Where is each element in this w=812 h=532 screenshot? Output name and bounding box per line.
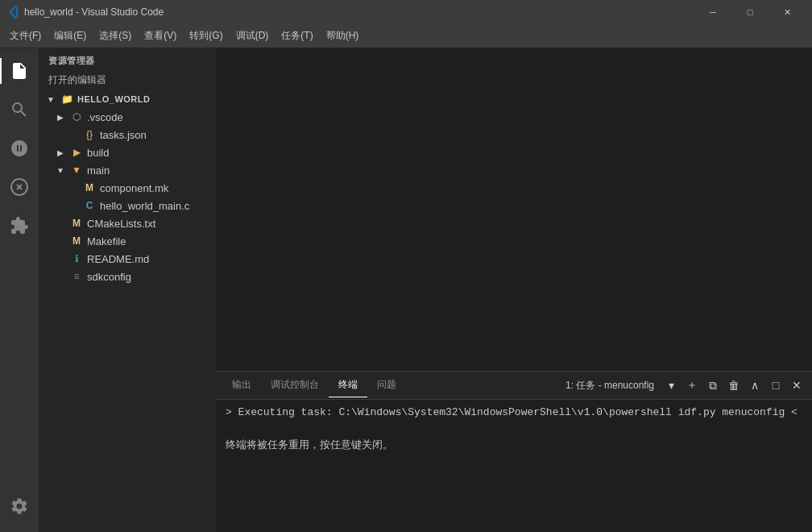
build-folder-icon: ▶ <box>69 147 84 158</box>
tab-problems[interactable]: 问题 <box>367 373 406 397</box>
terminal-command: > Executing task: C:\Windows\System32\Wi… <box>226 406 802 418</box>
terminal-content[interactable]: > Executing task: C:\Windows\System32\Wi… <box>216 400 812 532</box>
tasks-json-item[interactable]: {} tasks.json <box>39 126 216 143</box>
activity-search[interactable] <box>0 90 39 129</box>
main-area: 资源管理器 打开的编辑器 ▼ 📁 HELLO_WORLD ▶ ⬡ .vscode… <box>0 48 812 532</box>
main-folder-label: main <box>87 164 216 177</box>
editor-area: 输出 调试控制台 终端 问题 1: 任务 - menuconfig ▾ ＋ ⧉ … <box>216 48 812 532</box>
activity-git[interactable] <box>0 129 39 168</box>
makefile-item[interactable]: M Makefile <box>39 232 216 250</box>
tab-terminal[interactable]: 终端 <box>329 373 367 397</box>
open-editors-label[interactable]: 打开的编辑器 <box>39 70 216 90</box>
panel-tabs: 输出 调试控制台 终端 问题 1: 任务 - menuconfig ▾ ＋ ⧉ … <box>216 372 812 400</box>
component-mk-icon: M <box>82 182 97 193</box>
activity-debug[interactable] <box>0 168 39 206</box>
window-controls: ─ □ ✕ <box>694 0 806 24</box>
task-label: 1: 任务 - menuconfig <box>561 379 659 393</box>
readme-label: README.md <box>87 253 216 265</box>
close-button[interactable]: ✕ <box>768 0 806 24</box>
build-arrow: ▶ <box>55 148 66 157</box>
vscode-folder-icon: ⬡ <box>69 111 84 123</box>
menu-file[interactable]: 文件(F) <box>3 26 48 46</box>
vscode-folder-item[interactable]: ▶ ⬡ .vscode <box>39 108 216 126</box>
hello-world-icon: C <box>82 200 97 211</box>
trash-icon[interactable]: 🗑 <box>725 376 743 394</box>
activity-settings[interactable] <box>0 487 39 526</box>
sdkconfig-label: sdkconfig <box>87 271 216 283</box>
app-icon <box>6 6 19 19</box>
terminal-message: 终端将被任务重用，按任意键关闭。 <box>226 438 802 452</box>
sidebar: 资源管理器 打开的编辑器 ▼ 📁 HELLO_WORLD ▶ ⬡ .vscode… <box>39 48 216 532</box>
activity-extensions[interactable] <box>0 206 39 245</box>
menu-view[interactable]: 查看(V) <box>138 26 183 46</box>
activity-bar <box>0 48 39 532</box>
split-terminal-icon[interactable]: ⧉ <box>704 376 722 394</box>
window-title: hello_world - Visual Studio Code <box>24 6 694 18</box>
tab-output[interactable]: 输出 <box>222 373 261 397</box>
dropdown-icon[interactable]: ▾ <box>662 376 680 394</box>
readme-item[interactable]: ℹ README.md <box>39 250 216 268</box>
project-arrow: ▼ <box>45 95 56 104</box>
build-folder-label: build <box>87 147 216 159</box>
main-folder-icon: ▼ <box>69 164 84 176</box>
chevron-up-icon[interactable]: ∧ <box>746 376 764 394</box>
add-terminal-icon[interactable]: ＋ <box>683 376 701 394</box>
makefile-icon: M <box>69 235 84 247</box>
build-folder-item[interactable]: ▶ ▶ build <box>39 143 216 161</box>
vscode-arrow: ▶ <box>55 113 66 122</box>
menu-tasks[interactable]: 任务(T) <box>275 26 319 46</box>
component-mk-item[interactable]: M component.mk <box>39 179 216 197</box>
main-folder-item[interactable]: ▼ ▼ main <box>39 161 216 179</box>
menu-help[interactable]: 帮助(H) <box>320 26 366 46</box>
tasks-json-icon: {} <box>82 129 97 140</box>
sdkconfig-icon: ≡ <box>69 271 84 282</box>
panel: 输出 调试控制台 终端 问题 1: 任务 - menuconfig ▾ ＋ ⧉ … <box>216 371 812 532</box>
titlebar: hello_world - Visual Studio Code ─ □ ✕ <box>0 0 812 24</box>
project-root[interactable]: ▼ 📁 HELLO_WORLD <box>39 90 216 108</box>
hello-world-main-item[interactable]: C hello_world_main.c <box>39 197 216 214</box>
cmakelists-label: CMakeLists.txt <box>87 218 216 230</box>
editor-content <box>216 48 812 371</box>
sdkconfig-item[interactable]: ≡ sdkconfig <box>39 268 216 285</box>
maximize-button[interactable]: □ <box>731 0 768 24</box>
component-mk-label: component.mk <box>100 182 216 194</box>
main-arrow: ▼ <box>55 166 66 175</box>
menubar: 文件(F) 编辑(E) 选择(S) 查看(V) 转到(G) 调试(D) 任务(T… <box>0 24 812 48</box>
project-name: HELLO_WORLD <box>77 94 216 104</box>
vscode-folder-label: .vscode <box>87 111 216 123</box>
project-folder-icon: 📁 <box>60 94 74 105</box>
menu-edit[interactable]: 编辑(E) <box>48 26 93 46</box>
tasks-json-label: tasks.json <box>100 129 216 141</box>
minimize-button[interactable]: ─ <box>694 0 731 24</box>
menu-debug[interactable]: 调试(D) <box>230 26 276 46</box>
makefile-label: Makefile <box>87 235 216 247</box>
cmakelists-icon: M <box>69 218 84 229</box>
explorer-title: 资源管理器 <box>39 48 216 70</box>
maximize-panel-icon[interactable]: □ <box>767 376 785 394</box>
menu-goto[interactable]: 转到(G) <box>183 26 229 46</box>
panel-right-controls: 1: 任务 - menuconfig ▾ ＋ ⧉ 🗑 ∧ □ ✕ <box>561 376 806 394</box>
menu-select[interactable]: 选择(S) <box>93 26 138 46</box>
hello-world-label: hello_world_main.c <box>100 200 216 212</box>
readme-icon: ℹ <box>69 253 84 264</box>
close-panel-icon[interactable]: ✕ <box>788 376 806 394</box>
tab-debug-console[interactable]: 调试控制台 <box>261 373 329 397</box>
cmakelists-item[interactable]: M CMakeLists.txt <box>39 214 216 232</box>
activity-files[interactable] <box>0 52 39 90</box>
